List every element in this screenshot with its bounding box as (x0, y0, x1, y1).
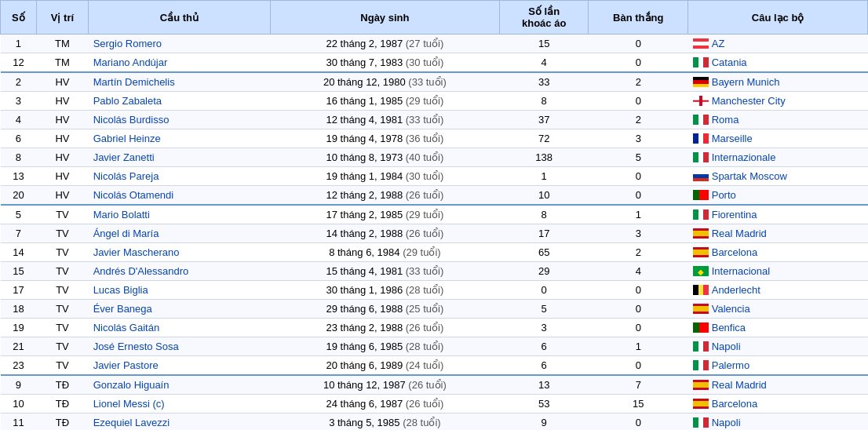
player-link[interactable]: Javier Mascherano (93, 246, 180, 258)
player-name-cell: Mario Bolatti (89, 205, 271, 224)
club-link[interactable]: Internacional (712, 265, 770, 277)
player-link[interactable]: Pablo Zabaleta (93, 95, 162, 107)
player-dob: 16 tháng 1, 1985 (29 tuổi) (270, 92, 499, 111)
player-goals: 3 (589, 129, 688, 148)
player-goals: 15 (589, 395, 688, 414)
player-link[interactable]: Gonzalo Higuaín (93, 379, 170, 391)
player-link[interactable]: Mario Bolatti (93, 209, 150, 220)
player-link[interactable]: Andrés D'Alessandro (93, 265, 189, 277)
dob-date: 10 tháng 8, 1973 (326, 151, 406, 163)
player-link[interactable]: Nicolás Gaitán (93, 322, 160, 333)
player-club-cell: Benfica (688, 319, 868, 337)
club-link[interactable]: Roma (712, 114, 739, 126)
player-link[interactable]: Mariano Andújar (93, 56, 168, 68)
player-link[interactable]: Nicolás Burdisso (93, 114, 170, 126)
club-link[interactable]: Napoli (712, 341, 741, 352)
player-number: 14 (1, 243, 37, 262)
club-link[interactable]: Barcelona (712, 246, 758, 258)
club-link[interactable]: Marseille (712, 133, 753, 144)
player-number: 6 (1, 129, 37, 148)
player-goals: 0 (589, 53, 688, 73)
club-link[interactable]: Napoli (712, 417, 741, 428)
player-position: HV (36, 92, 88, 111)
player-link[interactable]: Nicolás Otamendi (93, 189, 174, 201)
club-link[interactable]: Barcelona (712, 398, 758, 410)
club-link[interactable]: Internazionale (712, 151, 776, 163)
player-goals: 1 (589, 337, 688, 356)
club-flag-icon (693, 171, 709, 181)
player-link[interactable]: Ezequiel Lavezzi (93, 417, 170, 428)
player-goals: 0 (589, 300, 688, 319)
dob-age: (26 tuổi) (408, 379, 446, 391)
club-link[interactable]: Anderlecht (712, 284, 760, 296)
player-name-cell: Gabriel Heinze (89, 129, 271, 148)
table-row: 10TĐLionel Messi (c)24 tháng 6, 1987 (26… (1, 395, 868, 414)
player-link[interactable]: Javier Zanetti (93, 151, 155, 163)
player-club-cell: Internazionale (688, 148, 868, 167)
table-row: 6HVGabriel Heinze19 tháng 4, 1978 (36 tu… (1, 129, 868, 148)
player-goals: 0 (589, 186, 688, 206)
dob-age: (36 tuổi) (406, 133, 443, 144)
dob-age: (26 tuổi) (406, 398, 443, 410)
club-link[interactable]: Real Madrid (712, 228, 767, 239)
dob-age: (28 tuổi) (406, 341, 443, 352)
club-link[interactable]: Bayern Munich (712, 76, 780, 88)
player-name-cell: Javier Zanetti (89, 148, 271, 167)
player-caps: 1 (500, 167, 589, 186)
dob-date: 22 tháng 2, 1987 (326, 38, 406, 49)
player-position: TV (36, 300, 88, 319)
player-club-cell: Internacional (688, 262, 868, 281)
club-flag-icon (693, 304, 709, 314)
player-caps: 53 (500, 395, 589, 414)
player-link[interactable]: Martín Demichelis (93, 76, 175, 88)
dob-date: 23 tháng 2, 1988 (326, 322, 406, 333)
club-link[interactable]: AZ (712, 38, 725, 49)
dob-age: (26 tuổi) (406, 322, 443, 333)
player-link[interactable]: Nicolás Pareja (93, 170, 159, 182)
player-goals: 0 (589, 356, 688, 376)
club-link[interactable]: Catania (712, 56, 747, 68)
table-row: 9TĐGonzalo Higuaín10 tháng 12, 1987 (26 … (1, 375, 868, 395)
player-link[interactable]: Javier Pastore (93, 359, 159, 371)
club-link[interactable]: Spartak Moscow (712, 170, 787, 182)
player-link[interactable]: Lionel Messi (c) (93, 398, 165, 410)
club-link[interactable]: Porto (712, 189, 736, 201)
dob-age: (30 tuổi) (406, 170, 443, 182)
player-club-cell: Napoli (688, 337, 868, 356)
club-flag-icon (693, 266, 709, 276)
player-link[interactable]: Gabriel Heinze (93, 133, 161, 144)
club-link[interactable]: Manchester City (712, 95, 786, 107)
table-row: 23TVJavier Pastore20 tháng 6, 1989 (24 t… (1, 356, 868, 376)
player-club-cell: Napoli (688, 414, 868, 431)
player-position: TĐ (36, 375, 88, 395)
player-link[interactable]: Ángel di María (93, 228, 159, 239)
dob-date: 19 tháng 4, 1978 (326, 133, 406, 144)
club-flag-icon (693, 133, 709, 144)
player-dob: 15 tháng 4, 1981 (33 tuổi) (270, 262, 499, 281)
club-link[interactable]: Valencia (712, 303, 750, 315)
player-link[interactable]: José Ernesto Sosa (93, 341, 179, 352)
table-row: 21TVJosé Ernesto Sosa19 tháng 6, 1985 (2… (1, 337, 868, 356)
dob-age: (26 tuổi) (406, 189, 443, 201)
player-caps: 17 (500, 224, 589, 243)
player-link[interactable]: Sergio Romero (93, 38, 162, 49)
player-link[interactable]: Lucas Biglia (93, 284, 148, 296)
player-link[interactable]: Éver Banega (93, 303, 152, 315)
club-link[interactable]: Fiorentina (712, 209, 757, 220)
dob-age: (30 tuổi) (406, 56, 443, 68)
club-flag-icon (693, 417, 709, 428)
dob-date: 12 tháng 4, 1981 (326, 114, 406, 126)
club-link[interactable]: Benfica (712, 322, 746, 333)
player-club-cell: AZ (688, 35, 868, 53)
player-club-cell: Anderlecht (688, 281, 868, 300)
club-link[interactable]: Real Madrid (712, 379, 767, 391)
club-flag-icon (693, 399, 709, 409)
player-goals: 2 (589, 72, 688, 92)
player-name-cell: Martín Demichelis (89, 72, 271, 92)
dob-age: (28 tuổi) (403, 417, 440, 428)
header-club: Câu lạc bộ (688, 1, 868, 35)
player-goals: 0 (589, 281, 688, 300)
player-caps: 5 (500, 300, 589, 319)
player-caps: 8 (500, 205, 589, 224)
club-link[interactable]: Palermo (712, 359, 749, 371)
